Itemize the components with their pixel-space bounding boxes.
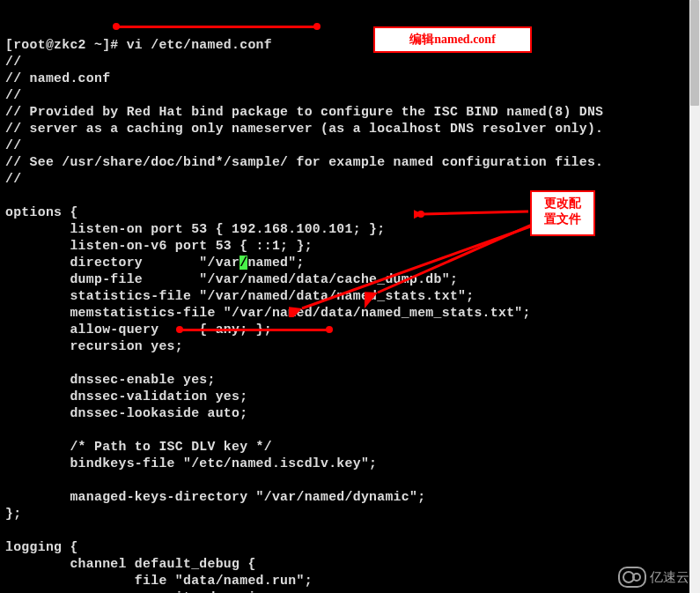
terminal-line: statistics-file "/var/named/data/named_s… [5,288,684,305]
terminal-line: bindkeys-file "/etc/named.iscdlv.key"; [5,456,684,472]
scrollbar-thumb[interactable] [690,0,699,106]
terminal-line: // [5,54,684,70]
terminal-line: listen-on-v6 port 53 { ::1; }; [5,238,684,255]
terminal-line: directory "/var/named"; [5,255,684,271]
terminal-line: allow-query { any; }; [5,322,684,338]
callout-edit-named-conf: 编辑named.conf [373,26,532,53]
terminal-line: channel default_debug { [5,556,684,573]
callout-change-config: 更改配 置文件 [530,190,595,236]
terminal-line: /* Path to ISC DLV key */ [5,439,684,456]
terminal-line: // See /usr/share/doc/bind*/sample/ for … [5,154,684,171]
terminal-line: dump-file "/var/named/data/cache_dump.db… [5,271,684,288]
terminal-line [5,355,684,372]
terminal-line: dnssec-lookaside auto; [5,405,684,422]
terminal-line: severity dynamic; [5,589,684,593]
vertical-scrollbar[interactable] [689,0,700,593]
terminal-line: }; [5,506,684,523]
cursor: / [239,256,247,270]
terminal-line: // Provided by Red Hat bind package to c… [5,104,684,121]
terminal-line: memstatistics-file "/var/named/data/name… [5,305,684,322]
watermark-text: 亿速云 [650,569,689,586]
terminal-line: [root@zkc2 ~]# vi /etc/named.conf [5,37,684,54]
terminal-line: dnssec-enable yes; [5,372,684,389]
terminal-line: // [5,137,684,154]
annotation-underline [180,329,329,331]
terminal-line: // named.conf [5,70,684,87]
terminal-line [5,422,684,439]
terminal-window[interactable]: [root@zkc2 ~]# vi /etc/named.conf//// na… [0,0,689,593]
annotation-underline [116,26,317,28]
terminal-line: recursion yes; [5,338,684,355]
terminal-line: file "data/named.run"; [5,573,684,589]
terminal-line: dnssec-validation yes; [5,389,684,405]
terminal-line: // [5,87,684,104]
terminal-line: managed-keys-directory "/var/named/dynam… [5,489,684,506]
terminal-line: logging { [5,539,684,556]
terminal-line: // [5,171,684,188]
terminal-line [5,472,684,489]
watermark: 亿速云 [618,567,689,588]
terminal-line [5,523,684,539]
terminal-line: // server as a caching only nameserver (… [5,121,684,137]
terminal-content: [root@zkc2 ~]# vi /etc/named.conf//// na… [5,37,684,593]
cloud-icon [618,567,646,588]
